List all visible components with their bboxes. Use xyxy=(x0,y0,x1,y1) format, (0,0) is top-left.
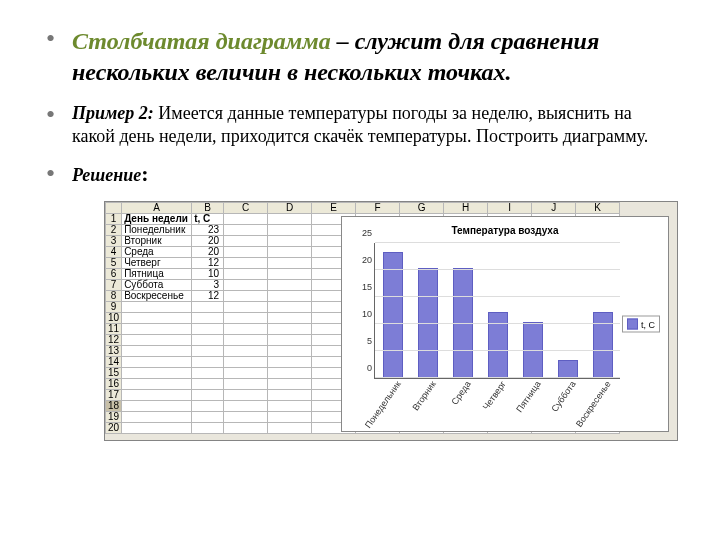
x-tick-label: Среда xyxy=(447,378,472,407)
cell xyxy=(268,401,312,412)
bullet-list: Столбчатая диаграмма – служит для сравне… xyxy=(46,26,674,187)
cell xyxy=(224,225,268,236)
row-header: 4 xyxy=(106,247,122,258)
col-I: I xyxy=(488,203,532,214)
bar-slot: Вторник xyxy=(410,243,445,378)
row-header: 18 xyxy=(106,401,122,412)
cell xyxy=(268,423,312,434)
row-header: 10 xyxy=(106,313,122,324)
y-tick-label: 0 xyxy=(354,363,375,373)
cell xyxy=(224,291,268,302)
cell xyxy=(192,423,224,434)
cell xyxy=(268,280,312,291)
cell xyxy=(192,335,224,346)
cell xyxy=(268,269,312,280)
col-J: J xyxy=(532,203,576,214)
cell: Суббота xyxy=(122,280,192,291)
row-header: 9 xyxy=(106,302,122,313)
col-D: D xyxy=(268,203,312,214)
cell xyxy=(224,401,268,412)
cell xyxy=(192,368,224,379)
cell: День недели xyxy=(122,214,192,225)
cell xyxy=(224,412,268,423)
cell xyxy=(122,401,192,412)
cell xyxy=(224,390,268,401)
row-header: 14 xyxy=(106,357,122,368)
bar-slot: Пятница xyxy=(515,243,550,378)
cell: 3 xyxy=(192,280,224,291)
cell xyxy=(122,324,192,335)
x-tick-label: Суббота xyxy=(547,378,577,414)
corner-cell xyxy=(106,203,122,214)
col-F: F xyxy=(356,203,400,214)
bar xyxy=(488,312,508,379)
cell xyxy=(268,357,312,368)
example-text: Имеется данные температуры погоды за нед… xyxy=(72,103,648,146)
solution-label: Решение xyxy=(72,165,141,185)
bullet-solution: Решение: xyxy=(46,161,674,187)
cell xyxy=(224,247,268,258)
bar-slot: Суббота xyxy=(550,243,585,378)
grid-line xyxy=(375,323,620,324)
col-E: E xyxy=(312,203,356,214)
y-tick-label: 5 xyxy=(354,336,375,346)
x-tick-label: Пятница xyxy=(512,378,542,414)
cell: Вторник xyxy=(122,236,192,247)
cell xyxy=(268,258,312,269)
example-label: Пример 2: xyxy=(72,103,154,123)
chart-legend: t, C xyxy=(622,316,660,333)
cell xyxy=(268,302,312,313)
col-B: B xyxy=(192,203,224,214)
cell: 20 xyxy=(192,247,224,258)
bar-slot: Понедельник xyxy=(375,243,410,378)
row-header: 15 xyxy=(106,368,122,379)
y-tick-label: 15 xyxy=(354,282,375,292)
cell xyxy=(122,313,192,324)
cell xyxy=(268,247,312,258)
cell xyxy=(268,214,312,225)
cell xyxy=(192,302,224,313)
cell: Четверг xyxy=(122,258,192,269)
cell: Пятница xyxy=(122,269,192,280)
cell xyxy=(192,412,224,423)
cell xyxy=(224,269,268,280)
cell xyxy=(224,423,268,434)
solution-colon: : xyxy=(141,161,148,186)
bullet-example: Пример 2: Имеется данные температуры пог… xyxy=(46,102,674,147)
cell xyxy=(268,236,312,247)
row-header: 8 xyxy=(106,291,122,302)
row-header: 7 xyxy=(106,280,122,291)
embedded-chart: Температура воздуха ПонедельникВторникСр… xyxy=(341,216,669,432)
row-header: 13 xyxy=(106,346,122,357)
cell xyxy=(192,313,224,324)
x-tick-label: Четверг xyxy=(479,378,508,412)
col-header-row: A B C D E F G H I J K xyxy=(106,203,620,214)
row-header: 17 xyxy=(106,390,122,401)
col-H: H xyxy=(444,203,488,214)
cell xyxy=(224,324,268,335)
x-tick-label: Понедельник xyxy=(361,378,402,430)
x-tick-label: Вторник xyxy=(408,378,437,412)
cell xyxy=(122,379,192,390)
cell xyxy=(224,258,268,269)
cell xyxy=(224,236,268,247)
row-header: 19 xyxy=(106,412,122,423)
col-K: K xyxy=(576,203,620,214)
cell: 12 xyxy=(192,258,224,269)
grid-line xyxy=(375,242,620,243)
cell xyxy=(268,225,312,236)
y-tick-label: 10 xyxy=(354,309,375,319)
cell: Воскресенье xyxy=(122,291,192,302)
cell xyxy=(268,379,312,390)
cell xyxy=(192,379,224,390)
bar-slot: Четверг xyxy=(480,243,515,378)
bullet-definition: Столбчатая диаграмма – служит для сравне… xyxy=(46,26,674,88)
grid-line xyxy=(375,269,620,270)
cell xyxy=(122,302,192,313)
row-header: 20 xyxy=(106,423,122,434)
cell xyxy=(192,346,224,357)
cell: Среда xyxy=(122,247,192,258)
cell: t, C xyxy=(192,214,224,225)
bar-slot: Среда xyxy=(445,243,480,378)
cell xyxy=(268,368,312,379)
